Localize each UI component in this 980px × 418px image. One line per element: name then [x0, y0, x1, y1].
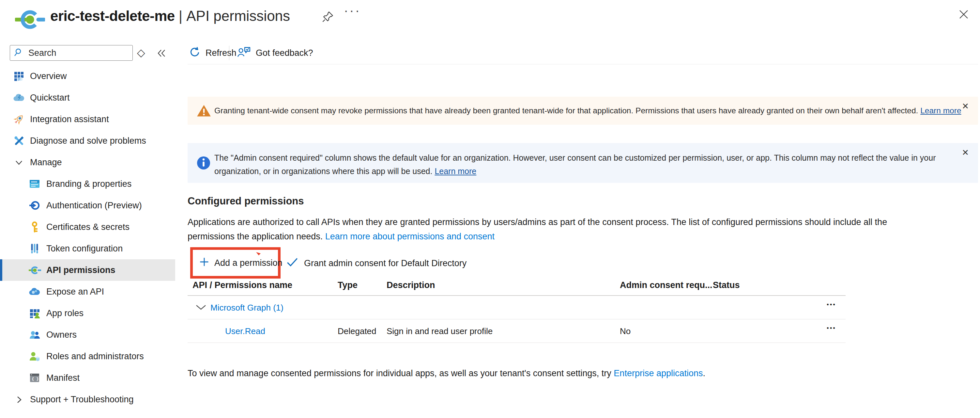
manifest-icon: { } [29, 372, 40, 384]
chevron-right-icon [14, 395, 24, 405]
token-bars-icon [29, 243, 40, 254]
branding-icon: www [29, 178, 40, 190]
rocket-icon [13, 113, 25, 125]
refresh-icon [189, 46, 201, 61]
sidebar-item-label: Authentication (Preview) [46, 201, 142, 211]
column-header-description: Description [387, 280, 435, 290]
sidebar-item-label: Diagnose and solve problems [30, 136, 146, 146]
configured-permissions-heading: Configured permissions [188, 195, 304, 207]
sidebar-item-diagnose[interactable]: Diagnose and solve problems [0, 130, 183, 152]
sidebar-group-label: Support + Troubleshooting [30, 394, 134, 405]
svg-text:{ }: { } [32, 377, 39, 381]
sidebar-item-label: Expose an API [46, 287, 104, 297]
permissions-consent-link[interactable]: Learn more about permissions and consent [325, 231, 495, 241]
info-learn-more-link[interactable]: Learn more [434, 166, 476, 176]
footer-note: To view and manage consented permissions… [188, 369, 705, 378]
group-expand-chevron-icon[interactable] [196, 304, 206, 311]
app-name: eric-test-delete-me [50, 8, 175, 24]
api-permissions-page: eric-test-delete-me|API permissions ··· … [0, 0, 980, 418]
chevron-down-icon [14, 158, 24, 169]
info-banner: The "Admin consent required" column show… [188, 143, 978, 183]
footer-text: To view and manage consented permissions… [188, 369, 614, 378]
sidebar-item-manifest[interactable]: { } Manifest [0, 367, 183, 389]
sidebar-item-integration-assistant[interactable]: Integration assistant [0, 108, 183, 130]
sidebar-group-label: Manage [30, 157, 62, 168]
page-name: API permissions [186, 8, 290, 24]
sidebar-item-quickstart[interactable]: Quickstart [0, 87, 183, 108]
warning-message: Granting tenant-wide consent may revoke … [214, 106, 918, 115]
svg-text:www: www [31, 180, 37, 183]
sidebar-item-label: Owners [46, 330, 77, 340]
sidebar-item-label: Overview [30, 71, 67, 81]
resize-icon[interactable]: ◇ [137, 46, 145, 59]
api-permissions-icon [29, 264, 40, 276]
sidebar-item-owners[interactable]: Owners [0, 324, 183, 346]
sidebar-group-support[interactable]: Support + Troubleshooting [0, 389, 183, 410]
quickstart-icon [13, 92, 25, 104]
key-icon [29, 221, 40, 233]
sidebar-group-manage[interactable]: Manage [0, 152, 183, 173]
sidebar-item-app-roles[interactable]: App roles [0, 302, 183, 324]
refresh-label: Refresh [205, 48, 237, 58]
info-message: The "Admin consent required" column show… [214, 153, 936, 176]
warning-close-icon[interactable]: ✕ [962, 101, 969, 112]
sidebar-item-certificates[interactable]: Certificates & secrets [0, 216, 183, 238]
sidebar-item-label: App roles [46, 308, 84, 318]
column-header-type: Type [338, 280, 358, 290]
permission-description: Sign in and read user profile [387, 326, 493, 337]
warning-banner: Granting tenant-wide consent may revoke … [188, 97, 978, 125]
microsoft-graph-group-link[interactable]: Microsoft Graph (1) [210, 303, 283, 313]
check-icon [286, 257, 298, 270]
sidebar-item-label: Branding & properties [46, 179, 132, 189]
enterprise-applications-link[interactable]: Enterprise applications [614, 369, 703, 378]
sidebar-item-label: API permissions [46, 265, 116, 275]
column-header-admin-consent: Admin consent requ... [620, 280, 713, 290]
app-roles-icon [29, 307, 40, 319]
more-actions-icon[interactable]: ··· [344, 3, 361, 18]
sidebar-item-label: Manifest [46, 373, 80, 383]
group-row-actions-icon[interactable]: ••• [827, 301, 836, 308]
column-header-api-permissions-name: API / Permissions name [192, 280, 292, 290]
sidebar-nav: Overview Quickstart Integration assistan… [0, 65, 183, 410]
search-icon [14, 47, 24, 59]
feedback-label: Got feedback? [256, 48, 313, 58]
toolbar-divider [229, 46, 229, 60]
permission-type: Delegated [338, 326, 377, 337]
roles-administrators-icon [29, 350, 40, 362]
content-divider [188, 64, 978, 64]
pin-icon[interactable] [322, 10, 334, 24]
sidebar-search [10, 45, 133, 61]
search-input[interactable] [29, 48, 129, 58]
sidebar-item-api-permissions[interactable]: API permissions [0, 259, 175, 281]
table-row-divider [188, 343, 846, 343]
grant-admin-consent-button[interactable]: Grant admin consent for Default Director… [286, 255, 466, 271]
close-blade-icon[interactable] [958, 8, 970, 22]
cursor-artifact [256, 251, 262, 257]
permission-admin-consent: No [620, 326, 631, 337]
page-title: eric-test-delete-me|API permissions [50, 8, 290, 24]
feedback-button[interactable]: Got feedback? [237, 46, 313, 60]
sidebar-item-branding[interactable]: www Branding & properties [0, 173, 183, 195]
sidebar-item-label: Quickstart [30, 93, 70, 103]
permission-name-link[interactable]: User.Read [225, 326, 265, 337]
sidebar-item-label: Integration assistant [30, 114, 109, 124]
warning-learn-more-link[interactable]: Learn more [920, 106, 961, 115]
info-text: The "Admin consent required" column show… [214, 151, 968, 178]
sidebar-item-token-configuration[interactable]: Token configuration [0, 238, 183, 259]
warning-text: Granting tenant-wide consent may revoke … [214, 106, 961, 115]
feedback-icon [237, 46, 251, 61]
collapse-sidebar-icon[interactable] [156, 48, 167, 60]
sidebar-item-overview[interactable]: Overview [0, 65, 183, 87]
title-separator: | [175, 8, 186, 24]
sidebar-item-roles-administrators[interactable]: Roles and administrators [0, 346, 183, 367]
sidebar-item-label: Token configuration [46, 244, 123, 254]
owners-icon [29, 329, 40, 341]
sidebar-item-authentication[interactable]: Authentication (Preview) [0, 195, 183, 216]
permission-row-actions-icon[interactable]: ••• [827, 325, 836, 332]
sidebar-item-label: Certificates & secrets [46, 222, 129, 232]
sidebar-item-expose-api[interactable]: Expose an API [0, 281, 183, 302]
highlight-annotation-box: Add a permission [190, 247, 280, 279]
sidebar-item-label: Roles and administrators [46, 351, 144, 362]
info-close-icon[interactable]: ✕ [962, 148, 969, 158]
add-permission-button[interactable]: Add a permission [193, 250, 278, 276]
